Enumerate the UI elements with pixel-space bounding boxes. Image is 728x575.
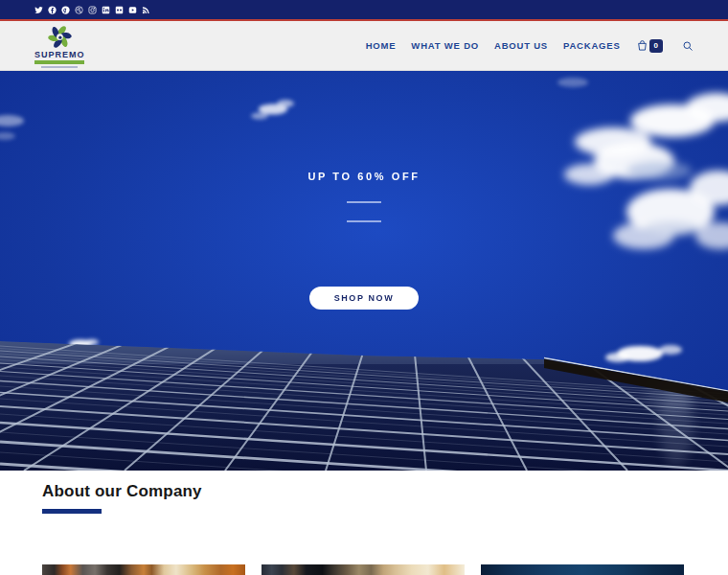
topbar [0, 0, 728, 19]
cart-count-badge: 0 [649, 39, 663, 53]
cart-button[interactable]: 0 [636, 39, 663, 53]
logo-tagline [41, 66, 78, 68]
pinterest-icon[interactable] [61, 6, 70, 14]
rss-icon[interactable] [142, 6, 150, 14]
flickr-icon[interactable] [115, 6, 124, 14]
hero-solar-panels-image [0, 71, 728, 471]
logo-text: SUPREMO [34, 51, 85, 59]
about-title-underline [42, 509, 102, 514]
nav-item-about-us[interactable]: ABOUT US [494, 40, 548, 51]
logo-green-bar [34, 60, 84, 64]
nav-item-what-we-do[interactable]: WHAT WE DO [411, 40, 479, 51]
about-photo-1 [42, 564, 245, 575]
page: SUPREMO HOME WHAT WE DO ABOUT US PACKAGE… [0, 0, 728, 575]
linkedin-icon[interactable] [102, 6, 110, 14]
logo[interactable]: SUPREMO [34, 24, 85, 68]
cart-bag-icon [636, 39, 648, 52]
search-icon [682, 40, 694, 52]
about-image-row [42, 564, 684, 575]
facebook-icon[interactable] [48, 6, 57, 14]
hero-section: UP TO 60% OFF SHOP NOW [0, 71, 728, 471]
about-photo-2 [262, 564, 465, 575]
site-header: SUPREMO HOME WHAT WE DO ABOUT US PACKAGE… [0, 21, 728, 71]
shop-now-button[interactable]: SHOP NOW [309, 287, 420, 310]
main-nav: HOME WHAT WE DO ABOUT US PACKAGES 0 [366, 39, 694, 53]
dribbble-icon[interactable] [75, 6, 83, 14]
about-photo-3 [481, 564, 684, 575]
youtube-icon[interactable] [128, 6, 137, 14]
twitter-icon[interactable] [34, 6, 43, 14]
nav-item-packages[interactable]: PACKAGES [563, 40, 621, 51]
nav-item-home[interactable]: HOME [366, 40, 397, 51]
instagram-icon[interactable] [88, 6, 97, 14]
about-title: About our Company [42, 482, 202, 501]
logo-pinwheel-icon [47, 24, 73, 50]
search-button[interactable] [682, 40, 694, 52]
about-section: About our Company [42, 482, 202, 514]
